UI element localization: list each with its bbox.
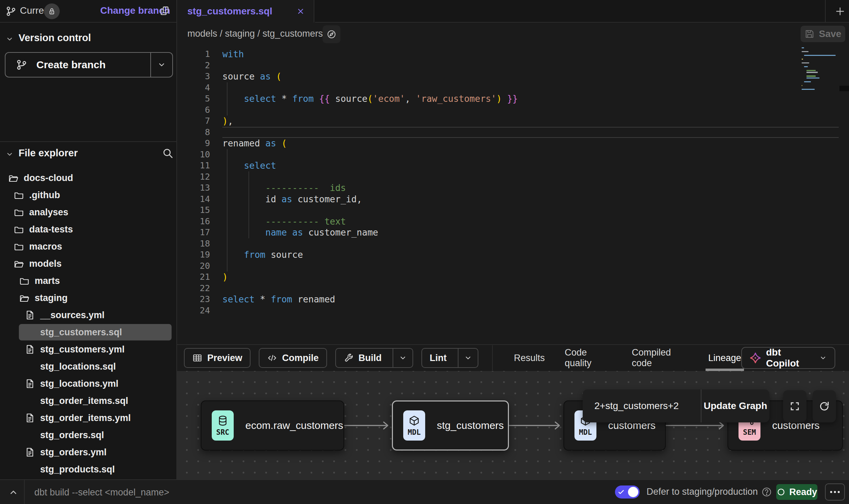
branch-lock-badge [44,3,60,19]
tree-item-stg_locations.sql[interactable]: stg_locations.sql [0,358,176,375]
code-line-2 [222,60,801,71]
node-badge-label: MDL [408,428,421,436]
dbt-copilot-button[interactable]: dbt Copilot [741,347,835,369]
tree-item-label: stg_orders.sql [40,430,104,441]
compile-button[interactable]: Compile [259,348,327,368]
lineage-selector-input[interactable] [583,389,701,422]
panel-tab-lineage[interactable]: Lineage [708,345,741,371]
fullscreen-icon [789,400,801,412]
tree-item-stg_order_items.sql[interactable]: stg_order_items.sql [0,392,176,409]
code-editor[interactable]: 123456789101112131415161718192021222324 … [177,45,849,344]
panel-tab-compiled-code[interactable]: Compiled code [632,345,688,371]
code-line-9: renamed as ( [222,138,801,149]
version-control-header[interactable]: Version control [0,32,176,47]
code-line-10 [222,149,801,160]
update-graph-button[interactable]: Update Graph [701,389,769,422]
tab-title: stg_customers.sql [187,6,272,17]
tree-item-label: analyses [29,207,68,218]
tree-item-stg_products.sql[interactable]: stg_products.sql [0,461,176,478]
help-icon[interactable] [761,487,772,497]
tree-item-.github[interactable]: .github [0,187,176,204]
node-label: stg_customers [437,420,504,431]
node-badge-label: SEM [743,428,756,436]
more-options-button[interactable] [825,483,845,501]
code-line-3: source as ( [222,71,801,82]
tree-item-stg_customers.sql[interactable]: stg_customers.sql [0,324,176,341]
status-bar: Defer to staging/production Ready [0,479,849,504]
editor-toolbar: Preview Compile Build Lint ResultsCode q… [177,344,849,371]
save-icon [804,29,815,39]
defer-label: Defer to staging/production [647,487,758,497]
minimap[interactable] [802,47,837,93]
code-line-7: ), [222,116,801,127]
chevron-down-icon [399,354,407,362]
ready-status-badge[interactable]: Ready [776,484,817,500]
create-branch-dropdown[interactable] [150,53,172,77]
lineage-refresh-button[interactable] [813,390,836,422]
lineage-fullscreen-button[interactable] [783,390,806,422]
search-icon[interactable] [162,147,174,159]
build-dropdown[interactable] [393,349,407,367]
lint-dropdown[interactable] [458,349,472,367]
tree-item-label: marts [35,276,60,286]
code-line-13: ---------- ids [222,182,801,194]
git-branch-icon [5,6,16,17]
tab-stg-customers[interactable]: stg_customers.sql [177,0,314,23]
tree-item-stg_locations.yml[interactable]: stg_locations.yml [0,375,176,392]
create-branch-button[interactable]: Create branch [5,52,173,77]
toggle-knob [628,487,638,497]
tree-item-label: stg_order_items.sql [40,396,128,406]
breadcrumb: models / staging / stg_customers.sql [187,28,337,39]
toolbar-divider [492,345,493,371]
tree-item-stg_customers.yml[interactable]: stg_customers.yml [0,341,176,358]
tree-item-macros[interactable]: macros [0,238,176,255]
code-content[interactable]: withsource as ( select * from {{ source(… [222,49,801,316]
lineage-node-mdl-stg_customers[interactable]: MDLstg_customers [392,400,509,451]
new-tab-button[interactable] [831,0,849,23]
file-tree: docs-cloud.githubanalysesdata-testsmacro… [0,169,176,478]
save-button[interactable]: Save [801,26,845,42]
tree-item-marts[interactable]: marts [0,272,176,289]
tree-item-label: stg_order_items.yml [40,413,131,423]
build-button[interactable]: Build [335,348,414,368]
scrollbar-notch[interactable] [839,86,849,91]
panel-tab-results[interactable]: Results [514,345,545,371]
code-line-19: from source [222,249,801,261]
lint-button[interactable]: Lint [421,348,478,368]
command-input[interactable] [34,480,344,504]
tree-item-analyses[interactable]: analyses [0,204,176,221]
dbt-copilot-label: dbt Copilot [766,347,814,369]
chevron-down-icon [157,60,166,69]
tree-item-__sources.yml[interactable]: __sources.yml [0,307,176,324]
statusbar-divider [24,480,25,504]
panel-tab-code-quality[interactable]: Code quality [565,345,612,371]
code-line-16: ---------- text [222,216,801,227]
tree-item-data-tests[interactable]: data-tests [0,221,176,238]
code-line-5: select * from {{ source('ecom', 'raw_cus… [222,93,801,105]
file-explorer-header[interactable]: File explorer [0,147,176,162]
tree-item-stg_order_items.yml[interactable]: stg_order_items.yml [0,409,176,427]
file-explorer-title: File explorer [19,147,78,159]
lineage-node-src-ecom.raw_customers[interactable]: SRCecom.raw_customers [201,400,344,451]
tree-item-stg_orders.sql[interactable]: stg_orders.sql [0,427,176,444]
tree-item-staging[interactable]: staging [0,289,176,307]
chevron-up-icon[interactable] [8,487,19,497]
tree-item-models[interactable]: models [0,255,176,272]
panel-tabs: ResultsCode qualityCompiled codeLineage [514,345,741,371]
branch-topbar: Current Change branch [0,0,176,23]
compass-icon [326,29,337,39]
close-icon[interactable] [296,7,305,16]
sidebar: Current Change branch Version control Cr… [0,0,177,479]
compile-label: Compile [282,353,319,363]
tree-item-label: stg_customers.sql [40,327,122,338]
save-label: Save [819,28,841,39]
tree-item-docs-cloud[interactable]: docs-cloud [0,169,176,187]
preview-button[interactable]: Preview [184,348,251,368]
copy-branch-icon[interactable] [159,5,170,16]
copilot-compass-button[interactable] [323,25,340,43]
code-line-11: select [222,160,801,171]
defer-toggle[interactable] [615,485,640,499]
check-icon [618,489,625,495]
tree-item-stg_orders.yml[interactable]: stg_orders.yml [0,444,176,461]
code-line-20 [222,261,801,272]
